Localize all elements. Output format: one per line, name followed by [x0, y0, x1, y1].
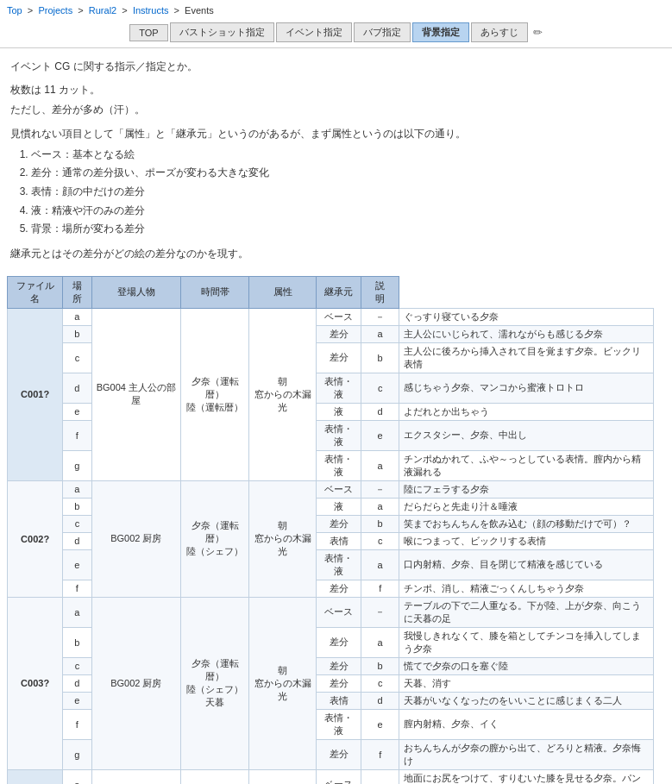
cell-desc: 慌てで夕奈の口を塞ぐ陸	[399, 657, 654, 674]
cell-sub: c	[63, 657, 91, 674]
list-item-5: 背景：場所が変わる差分	[31, 220, 662, 239]
cell-chars: 夕奈（運転暦） 陸（シェフ） 天暮	[181, 597, 249, 769]
th-attr: 属性	[249, 276, 317, 308]
cell-attr: 表情・液	[317, 420, 361, 450]
tab-story[interactable]: あらすじ	[471, 22, 528, 42]
cell-sub: g	[63, 450, 91, 480]
cell-sub: d	[63, 674, 91, 692]
cell-sub: c	[63, 342, 91, 373]
cell-inherit: a	[361, 549, 399, 580]
cell-inherit: b	[361, 342, 399, 373]
tab-top[interactable]: TOP	[129, 24, 167, 41]
cell-inherit: f	[361, 580, 399, 597]
table-row: C003?aBG002 厨房夕奈（運転暦） 陸（シェフ） 天暮朝 窓からの木漏光…	[8, 597, 654, 627]
cell-attr: 差分	[317, 657, 361, 674]
cell-inherit: c	[361, 373, 399, 403]
cell-attr: 表情	[317, 692, 361, 709]
cell-inherit: d	[361, 403, 399, 420]
table-row: C002?aBG002 厨房夕奈（運転暦） 陸（シェフ）朝 窓からの木漏光ベース…	[8, 480, 654, 498]
cell-file: C004?	[8, 769, 63, 784]
cell-sub: b	[63, 498, 91, 515]
cell-desc: 喉につまって、ビックリする表情	[399, 532, 654, 549]
cell-desc: 天暮、消す	[399, 674, 654, 692]
cell-inherit: －	[361, 597, 399, 627]
cell-sub: d	[63, 532, 91, 549]
cell-inherit: b	[361, 515, 399, 532]
cell-chars: 夕奈（運転暦） 陸（シェフ）	[181, 480, 249, 597]
cell-desc: 主人公にいじられて、濡れながらも感じる夕奈	[399, 325, 654, 342]
cell-desc: チンポぬかれて、ふや～っとしている表情。膣内から精液漏れる	[399, 450, 654, 480]
table-row: C004?a夕奈（制服）ベース－地面にお尻をつけて、すりむいた膝を見せる夕奈。パ…	[8, 769, 654, 784]
intro-line1: イベント CG に関する指示／指定とか。	[10, 59, 662, 75]
list-item-3: 表情：顔の中だけの差分	[31, 183, 662, 202]
cell-attr: 差分	[317, 580, 361, 597]
cell-inherit: e	[361, 709, 399, 739]
cell-inherit: －	[361, 769, 399, 784]
cell-chars: 夕奈（制服）	[181, 769, 249, 784]
table-header-row: ファイル名 場所 登場人物 時間帯 属性 継承元 説 明	[8, 276, 654, 308]
cell-attr: 液	[317, 498, 361, 515]
tab-bust[interactable]: バストショット指定	[170, 22, 274, 42]
cell-inherit: c	[361, 674, 399, 692]
cell-sub: d	[63, 373, 91, 403]
breadcrumb-current: Events	[185, 5, 214, 16]
cell-sub: e	[63, 692, 91, 709]
breadcrumb-projects[interactable]: Projects	[38, 5, 72, 16]
cell-desc: よだれとか出ちゃう	[399, 403, 654, 420]
intro-content: イベント CG に関する指示／指定とか。 枚数は 11 カット。 ただし、差分が…	[0, 48, 672, 273]
cell-inherit: b	[361, 657, 399, 674]
cell-desc: 笑までおちんちんを飲み込む（顔の移動だけで可）？	[399, 515, 654, 532]
cell-location: BG002 厨房	[91, 597, 181, 769]
cell-file: C001?	[8, 308, 63, 480]
cell-attr: ベース	[317, 597, 361, 627]
cell-file: C002?	[8, 480, 63, 597]
cell-attr: 差分	[317, 674, 361, 692]
cell-attr: 差分	[317, 515, 361, 532]
th-location: 場所	[63, 276, 91, 308]
breadcrumb-instructs[interactable]: Instructs	[133, 5, 169, 16]
intro-list: ベース：基本となる絵 差分：通常の差分扱い、ポーズが変わる大きな変化 表情：顔の…	[31, 146, 662, 239]
cell-desc: おちんちんが夕奈の膣から出て、どろりと精液。夕奈悔け	[399, 739, 654, 769]
edit-icon[interactable]: ✏	[533, 26, 543, 39]
cell-desc: 口内射精、夕奈、目を閉じて精液を感じている	[399, 549, 654, 580]
cell-desc: 我慢しきれなくて、膝を箱としてチンコを挿入してしまう夕奈	[399, 627, 654, 657]
cell-desc: チンポ、消し、精液ごっくんしちゃう夕奈	[399, 580, 654, 597]
th-chars: 登場人物	[91, 276, 181, 308]
cell-sub: a	[63, 597, 91, 627]
cell-sub: e	[63, 403, 91, 420]
cell-location: BG002 厨房	[91, 480, 181, 597]
cell-sub: a	[63, 480, 91, 498]
cell-inherit: d	[361, 692, 399, 709]
cell-sub: b	[63, 325, 91, 342]
cell-desc: 天暮がいなくなったのをいいことに感じまくる二人	[399, 692, 654, 709]
cell-sub: f	[63, 420, 91, 450]
cell-attr: 差分	[317, 627, 361, 657]
intro-line2: 枚数は 11 カット。	[10, 82, 662, 98]
cell-attr: 液	[317, 403, 361, 420]
cell-inherit: c	[361, 532, 399, 549]
breadcrumb-rural2[interactable]: Rural2	[89, 5, 116, 16]
cell-attr: ベース	[317, 480, 361, 498]
cell-location: BG004 主人公の部屋	[91, 308, 181, 480]
cell-inherit: e	[361, 420, 399, 450]
cell-sub: g	[63, 739, 91, 769]
cell-location	[91, 769, 181, 784]
cell-desc: 感じちゃう夕奈、マンコから蜜液トロトロ	[399, 373, 654, 403]
tab-bab[interactable]: バブ指定	[354, 22, 411, 42]
inherit-note: 継承元とはその差分がどの絵の差分なのかを現す。	[10, 246, 662, 262]
list-item-2: 差分：通常の差分扱い、ポーズが変わる大きな変化	[31, 164, 662, 183]
breadcrumb-top[interactable]: Top	[7, 5, 22, 16]
cell-desc: 陸にフェラする夕奈	[399, 480, 654, 498]
cell-attr: 表情・液	[317, 373, 361, 403]
data-table-wrap: ファイル名 場所 登場人物 時間帯 属性 継承元 説 明 C001?aBG004…	[0, 273, 672, 784]
cell-attr: 表情・液	[317, 709, 361, 739]
cell-desc: テーブルの下で二人重なる。下が陸、上が夕奈、向こうに天暮の足	[399, 597, 654, 627]
cell-desc: エクスタシー、夕奈、中出し	[399, 420, 654, 450]
tab-bg[interactable]: 背景指定	[412, 22, 469, 42]
list-item-1: ベース：基本となる絵	[31, 146, 662, 165]
cell-inherit: a	[361, 627, 399, 657]
cell-inherit: f	[361, 739, 399, 769]
cell-inherit: a	[361, 325, 399, 342]
cell-desc: 膣内射精、夕奈、イく	[399, 709, 654, 739]
tab-event[interactable]: イベント指定	[276, 22, 352, 42]
